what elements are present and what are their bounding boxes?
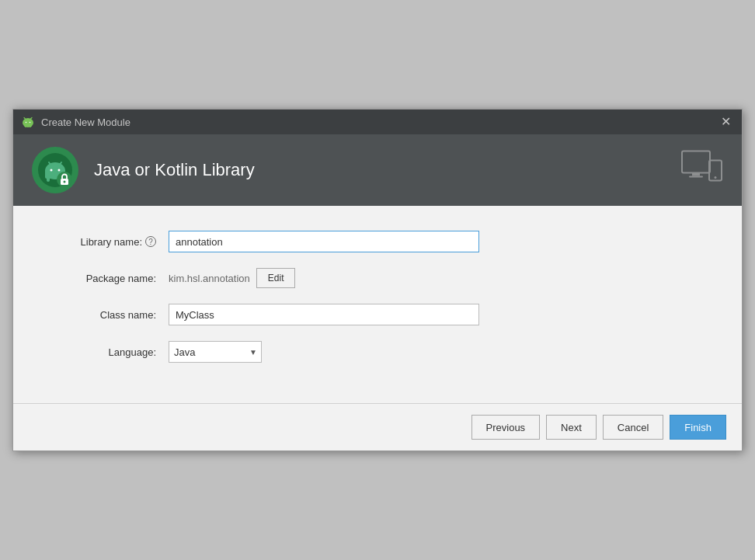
svg-rect-2 (25, 125, 26, 127)
class-name-label: Class name: (44, 309, 169, 321)
dialog-window: Create New Module ✕ Java or Kotlin Libra… (12, 109, 743, 451)
package-name-row: Package name: kim.hsl.annotation Edit (44, 268, 711, 288)
class-name-row: Class name: (44, 304, 711, 325)
window-title: Create New Module (41, 117, 130, 128)
header-logo-icon (32, 147, 78, 193)
language-field: Java Kotlin ▼ (169, 341, 479, 363)
svg-point-15 (58, 169, 61, 172)
package-name-label: Package name: (44, 273, 169, 284)
device-icons (681, 148, 723, 193)
language-select-wrapper: Java Kotlin ▼ (169, 341, 262, 363)
finish-button[interactable]: Finish (670, 415, 726, 440)
class-name-input[interactable] (169, 304, 479, 325)
header-title: Java or Kotlin Library (94, 160, 255, 180)
package-name-value: kim.hsl.annotation (169, 273, 250, 284)
svg-rect-21 (682, 151, 710, 173)
library-name-input[interactable] (169, 231, 479, 252)
next-button[interactable]: Next (546, 415, 597, 440)
library-name-help-icon[interactable]: ? (145, 236, 156, 247)
dialog-header: Java or Kotlin Library (13, 134, 742, 206)
svg-point-25 (715, 176, 717, 179)
svg-point-14 (50, 169, 53, 172)
svg-line-6 (24, 118, 26, 120)
title-bar: Create New Module ✕ (13, 110, 742, 134)
cancel-button[interactable]: Cancel (603, 415, 663, 440)
svg-point-20 (64, 181, 66, 183)
svg-rect-23 (689, 176, 703, 178)
android-icon (21, 115, 35, 129)
edit-package-button[interactable]: Edit (256, 268, 296, 288)
package-name-field: kim.hsl.annotation Edit (169, 268, 479, 288)
svg-line-7 (30, 118, 32, 120)
svg-rect-3 (30, 125, 31, 127)
form-content: Library name: ? Package name: kim.hsl.an… (13, 206, 742, 403)
library-name-label: Library name: ? (44, 236, 169, 248)
svg-point-4 (26, 122, 27, 123)
svg-point-5 (30, 122, 31, 123)
title-bar-left: Create New Module (21, 115, 130, 129)
previous-button[interactable]: Previous (471, 415, 541, 440)
library-name-field (169, 231, 479, 252)
svg-rect-22 (692, 173, 700, 176)
language-row: Language: Java Kotlin ▼ (44, 341, 711, 363)
dialog-footer: Previous Next Cancel Finish (13, 403, 742, 450)
language-label: Language: (44, 346, 169, 358)
library-name-row: Library name: ? (44, 231, 711, 252)
class-name-field (169, 304, 479, 325)
language-select[interactable]: Java Kotlin (169, 341, 262, 363)
svg-rect-12 (47, 177, 50, 182)
close-button[interactable]: ✕ (718, 114, 734, 130)
